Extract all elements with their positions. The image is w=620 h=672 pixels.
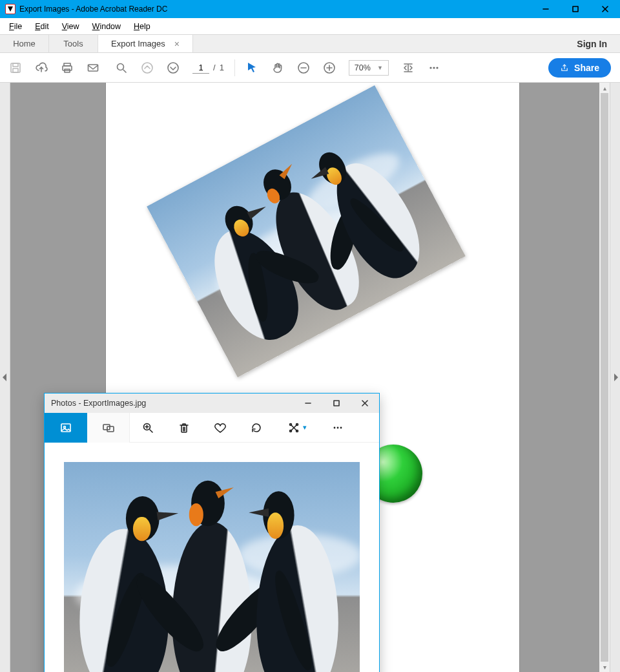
right-pane-toggle[interactable] — [610, 83, 620, 672]
menubar: File Edit View Window Help — [0, 18, 620, 35]
hand-tool-icon[interactable] — [271, 61, 284, 74]
photos-favorite-icon[interactable] — [202, 421, 238, 434]
tab-close-icon[interactable]: × — [174, 39, 180, 49]
left-pane-toggle[interactable] — [0, 83, 10, 672]
photos-maximize-button[interactable] — [322, 394, 351, 413]
zoom-level-value: 70% — [355, 63, 371, 72]
svg-rect-12 — [88, 65, 98, 71]
maximize-button[interactable] — [561, 0, 590, 18]
svg-rect-32 — [107, 426, 114, 432]
svg-line-14 — [123, 70, 126, 72]
svg-point-45 — [337, 426, 339, 428]
share-button-label: Share — [574, 63, 599, 73]
page-current-input[interactable] — [192, 62, 209, 74]
photos-tab-compare[interactable] — [87, 413, 130, 443]
svg-point-30 — [64, 426, 66, 428]
svg-rect-37 — [181, 425, 187, 432]
menu-file[interactable]: File — [3, 21, 28, 32]
page-navigator: / 1 — [192, 62, 224, 74]
svg-point-23 — [433, 67, 435, 68]
menu-help[interactable]: Help — [127, 21, 157, 32]
svg-rect-1 — [573, 6, 578, 12]
svg-rect-7 — [13, 63, 18, 67]
save-icon[interactable] — [9, 61, 22, 74]
close-button[interactable] — [590, 0, 620, 18]
scroll-down-icon[interactable]: ▾ — [599, 662, 610, 672]
svg-point-13 — [118, 63, 124, 70]
photos-rotate-icon[interactable] — [238, 421, 274, 434]
tab-tools[interactable]: Tools — [49, 35, 98, 52]
embedded-image-penguins-rotated — [147, 85, 466, 378]
document-area[interactable]: Photos - ExportImages.jpg — [10, 83, 599, 672]
more-tools-icon[interactable] — [428, 61, 440, 74]
photos-close-button[interactable] — [351, 394, 379, 413]
photos-minimize-button[interactable] — [294, 394, 322, 413]
cloud-upload-icon[interactable] — [35, 61, 48, 74]
photos-title-text: Photos - ExportImages.jpg — [51, 399, 146, 408]
tab-document[interactable]: Export Images × — [98, 35, 193, 52]
vertical-scrollbar[interactable]: ▴ ▾ — [599, 83, 610, 672]
photos-delete-icon[interactable] — [166, 421, 202, 434]
svg-rect-31 — [103, 425, 110, 430]
scroll-track[interactable] — [599, 93, 610, 662]
svg-point-24 — [436, 67, 438, 68]
menu-edit[interactable]: Edit — [28, 21, 56, 32]
svg-rect-26 — [334, 401, 339, 406]
print-icon[interactable] — [61, 61, 74, 74]
svg-point-44 — [334, 426, 336, 428]
toolbar-separator — [234, 59, 235, 76]
svg-point-46 — [340, 426, 342, 428]
share-button[interactable]: Share — [548, 58, 611, 78]
tab-home[interactable]: Home — [0, 35, 49, 52]
photos-image-penguins[interactable] — [64, 462, 360, 672]
sign-in-link[interactable]: Sign In — [577, 39, 607, 49]
svg-rect-6 — [11, 63, 20, 72]
photos-more-icon[interactable] — [320, 421, 356, 434]
app-icon — [5, 4, 16, 14]
workspace: Photos - ExportImages.jpg — [0, 83, 620, 672]
chevron-down-icon: ▾ — [303, 423, 307, 432]
photos-tab-view[interactable] — [45, 413, 87, 443]
photos-window: Photos - ExportImages.jpg — [44, 393, 380, 672]
menu-window[interactable]: Window — [86, 21, 127, 32]
main-toolbar: / 1 70% ▼ Share — [0, 53, 620, 83]
search-icon[interactable] — [115, 61, 128, 74]
window-title: Export Images - Adobe Acrobat Reader DC — [19, 5, 167, 14]
svg-point-15 — [142, 63, 152, 73]
svg-line-34 — [150, 430, 152, 432]
fit-width-icon[interactable] — [402, 61, 415, 74]
page-down-icon[interactable] — [167, 61, 180, 74]
scroll-thumb[interactable] — [601, 93, 608, 662]
page-up-icon[interactable] — [141, 61, 154, 74]
photos-toolbar: ▾ — [45, 413, 379, 443]
svg-point-16 — [168, 63, 178, 73]
page-total: 1 — [220, 63, 224, 72]
scroll-up-icon[interactable]: ▴ — [599, 83, 610, 93]
svg-point-22 — [429, 67, 431, 68]
photos-body — [45, 443, 379, 672]
chevron-down-icon: ▼ — [377, 65, 383, 71]
mail-icon[interactable] — [87, 61, 99, 74]
tab-document-label: Export Images — [111, 39, 165, 48]
photos-titlebar[interactable]: Photos - ExportImages.jpg — [45, 394, 379, 413]
titlebar: Export Images - Adobe Acrobat Reader DC — [0, 0, 620, 18]
photos-zoom-icon[interactable] — [130, 421, 166, 434]
page-separator: / — [213, 63, 216, 72]
zoom-in-icon[interactable] — [323, 61, 336, 74]
minimize-button[interactable] — [531, 0, 561, 18]
svg-rect-8 — [13, 68, 18, 72]
menu-view[interactable]: View — [56, 21, 86, 32]
selection-tool-icon[interactable] — [245, 61, 258, 74]
tabbar: Home Tools Export Images × Sign In — [0, 35, 620, 53]
zoom-level-dropdown[interactable]: 70% ▼ — [349, 60, 389, 76]
svg-rect-10 — [63, 66, 72, 70]
photos-edit-dropdown[interactable]: ▾ — [274, 421, 320, 434]
zoom-out-icon[interactable] — [297, 61, 310, 74]
